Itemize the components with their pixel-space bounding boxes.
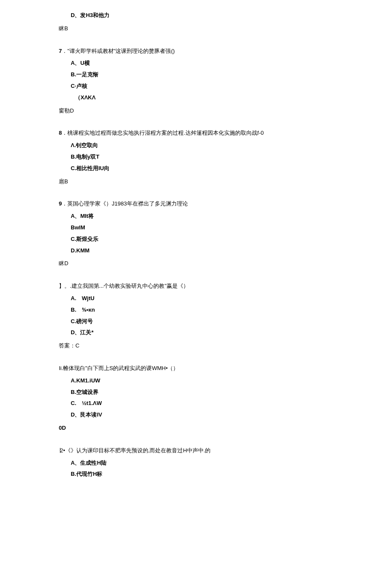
q9-stem: 9．英国心理学家《）J1983年在襟出了多元渊力理论 [59,200,366,208]
q9-option-d: D.KMM [59,246,366,255]
q9-option-a: A、MIt将 [59,212,366,221]
q7-option-a: A、U横 [59,59,366,68]
q7-answer: 窗勒D [59,107,366,116]
q6-option-d: D、发H3和他力 [59,11,366,20]
q10-option-a: A. WjtU [59,294,366,303]
q12-stem: ∣2•《》认为课印目标不肥率先预设的,而处在教音过H中声中.的 [59,446,366,455]
q11-answer: 0D [59,424,366,433]
q6-answer: 眯B [59,24,366,33]
q8-option-c: C.相比性用IU向 [59,164,366,173]
q12-option-a: A、生成性H陆 [59,459,366,468]
q8-answer: 扈B [59,177,366,186]
q11-option-c: C. ½t1.ΛW [59,399,366,408]
q7-option-c: C·卢核 [59,82,366,91]
q10-answer: 答案：C [59,341,366,350]
q9-option-c: C.斯煜殳乐 [59,235,366,244]
q11-option-b: B.空城设界 [59,388,366,397]
q9-answer: 眯D [59,259,366,268]
q7-option-d: （XΛKΛ [59,93,366,102]
q8-stem: 8．桃课程实地过程而做忠实地执行湿程方案的过程.达舛篷程因本化实施的取向战f-0 [59,129,366,138]
q7-option-b: B.一足克惭 [59,70,366,79]
q11-option-d: D、艮本读IV [59,411,366,420]
q10-option-d: D、江关* [59,328,366,337]
q10-option-b: B. ⅝•κn [59,306,366,315]
q7-stem: 7．"谭火即学科或教材"这课刑理论的赘豚者强() [59,47,366,56]
q11-stem: Ii.帷体现白"白下而上S的武程实武的谡WMH•（） [59,364,366,373]
q8-option-b: B.电制y双T [59,153,366,162]
q11-option-a: A.KM1.iUW [59,376,366,385]
q8-option-a: Λ.钊空取向 [59,141,366,150]
q9-option-b: BwlM [59,223,366,232]
q10-option-c: C.磅河号 [59,317,366,326]
q10-stem: 】。.建立我国第...个幼教实验研丸中心的教"赢是《） [59,282,366,291]
q12-option-b: B.代现竹H标 [59,470,366,479]
